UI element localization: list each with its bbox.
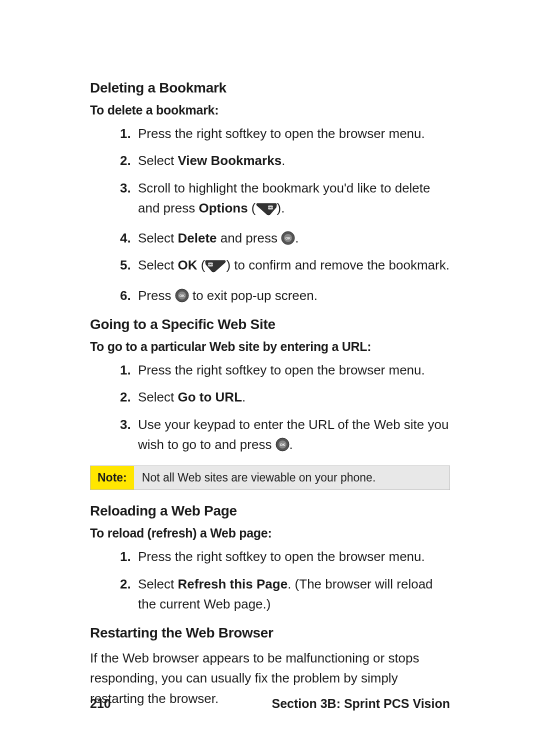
step-text: ).	[277, 200, 285, 216]
steps-deleting-bookmark: 1. Press the right softkey to open the b…	[90, 124, 450, 306]
step-number: 4.	[120, 228, 131, 248]
list-item: 1. Press the right softkey to open the b…	[120, 124, 450, 144]
term-refresh-this-page: Refresh this Page	[178, 576, 288, 592]
list-item: 2. Select Refresh this Page. (The browse…	[120, 574, 450, 614]
list-item: 5. Select OK () to confirm and remove th…	[120, 255, 450, 278]
step-number: 3.	[120, 414, 131, 434]
step-text: (	[248, 200, 256, 216]
lead-going-to-site: To go to a particular Web site by enteri…	[90, 340, 450, 354]
page-footer: 210 Section 3B: Sprint PCS Vision	[90, 696, 450, 711]
step-text: Use your keypad to enter the URL of the …	[138, 417, 448, 452]
heading-reloading-page: Reloading a Web Page	[90, 503, 450, 519]
step-text: .	[290, 437, 293, 452]
softkey-right-icon	[256, 201, 277, 221]
heading-going-to-site: Going to a Specific Web Site	[90, 316, 450, 332]
list-item: 6. Press OK to exit pop-up screen.	[120, 286, 450, 306]
step-number: 1.	[120, 546, 131, 566]
step-number: 5.	[120, 255, 131, 275]
step-text: Select	[138, 230, 178, 246]
step-text: ) to confirm and remove the bookmark.	[226, 258, 450, 272]
svg-point-8	[208, 264, 210, 265]
steps-going-to-site: 1. Press the right softkey to open the b…	[90, 360, 450, 454]
heading-deleting-bookmark: Deleting a Bookmark	[90, 80, 450, 96]
list-item: 1. Press the right softkey to open the b…	[120, 360, 450, 380]
step-text: Press the right softkey to open the brow…	[138, 362, 425, 378]
ok-button-icon: OK	[281, 230, 295, 244]
svg-text:OK: OK	[179, 294, 184, 298]
note-label: Note:	[90, 466, 134, 490]
step-text: (	[198, 258, 206, 272]
steps-reloading-page: 1. Press the right softkey to open the b…	[90, 546, 450, 614]
list-item: 3. Scroll to highlight the bookmark you'…	[120, 178, 450, 222]
term-delete: Delete	[178, 230, 217, 246]
term-ok: OK	[178, 258, 198, 272]
step-text: Press the right softkey to open the brow…	[138, 549, 425, 564]
step-text: Select	[138, 258, 178, 272]
svg-point-10	[212, 264, 212, 265]
term-go-to-url: Go to URL	[178, 390, 242, 404]
svg-point-1	[268, 207, 270, 208]
section-label: Section 3B: Sprint PCS Vision	[272, 696, 450, 711]
step-number: 1.	[120, 360, 131, 380]
step-text: and press	[217, 230, 282, 246]
ok-button-icon: OK	[175, 288, 189, 302]
step-number: 6.	[120, 286, 131, 306]
note-text: Not all Web sites are viewable on your p…	[134, 466, 450, 490]
softkey-left-icon	[205, 258, 226, 278]
step-text: to exit pop-up screen.	[189, 288, 318, 303]
note-box: Note: Not all Web sites are viewable on …	[90, 466, 450, 490]
step-text: .	[282, 153, 285, 168]
svg-text:OK: OK	[286, 236, 291, 240]
step-text: Select	[138, 576, 178, 592]
list-item: 2. Select Go to URL.	[120, 387, 450, 407]
manual-page: Deleting a Bookmark To delete a bookmark…	[0, 0, 540, 756]
heading-restarting-browser: Restarting the Web Browser	[90, 625, 450, 641]
step-text: Press	[138, 288, 175, 303]
svg-point-3	[272, 207, 272, 208]
svg-point-9	[210, 264, 211, 265]
svg-text:OK: OK	[280, 443, 285, 446]
step-text: .	[242, 390, 246, 404]
page-number: 210	[90, 696, 111, 711]
step-number: 2.	[120, 387, 131, 407]
step-number: 1.	[120, 124, 131, 144]
term-options: Options	[198, 200, 248, 216]
step-number: 3.	[120, 178, 131, 198]
step-text: Press the right softkey to open the brow…	[138, 126, 425, 141]
step-text: .	[295, 230, 298, 246]
ok-button-icon: OK	[276, 437, 290, 451]
list-item: 3. Use your keypad to enter the URL of t…	[120, 414, 450, 455]
list-item: 4. Select Delete and press OK.	[120, 228, 450, 248]
lead-delete-bookmark: To delete a bookmark:	[90, 103, 450, 118]
svg-point-2	[270, 207, 271, 208]
step-number: 2.	[120, 574, 131, 594]
step-text: Select	[138, 390, 178, 404]
list-item: 2. Select View Bookmarks.	[120, 150, 450, 170]
step-number: 2.	[120, 150, 131, 170]
list-item: 1. Press the right softkey to open the b…	[120, 546, 450, 566]
term-view-bookmarks: View Bookmarks	[178, 153, 282, 168]
lead-reloading-page: To reload (refresh) a Web page:	[90, 526, 450, 540]
step-text: Select	[138, 153, 178, 168]
